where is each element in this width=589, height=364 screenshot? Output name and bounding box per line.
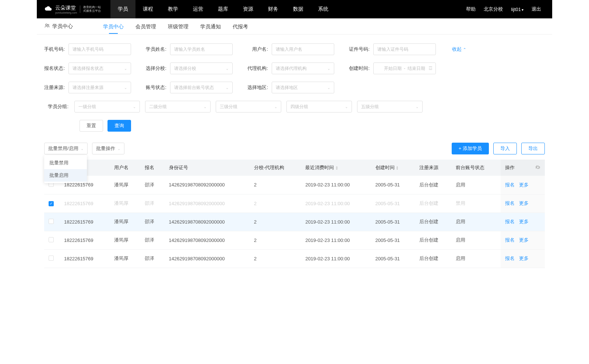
cell-src: 后台创建 [415, 213, 452, 231]
select-group-1[interactable]: 一级分组⌄ [74, 101, 140, 113]
select-group-3[interactable]: 三级分组⌄ [216, 101, 281, 113]
cell-reg: 邵泽 [140, 231, 165, 249]
row-register-link[interactable]: 报名 [505, 219, 515, 224]
input-phone[interactable]: 请输入手机号码 [68, 43, 131, 55]
table-row: 18222615769潘筠厚邵泽142629198708092000000220… [44, 231, 545, 249]
row-more-link[interactable]: 更多 [519, 256, 529, 261]
export-button[interactable]: 导出 [521, 143, 545, 154]
import-button[interactable]: 导入 [493, 143, 517, 154]
table-settings-button[interactable] [531, 160, 545, 176]
row-more-link[interactable]: 更多 [519, 182, 529, 188]
row-register-link[interactable]: 报名 [505, 237, 515, 243]
input-name[interactable]: 请输入学员姓名 [170, 43, 233, 55]
th-ops: 操作 [501, 160, 531, 176]
topnav-tab-1[interactable]: 课程 [135, 0, 161, 18]
topnav-tab-7[interactable]: 数据 [286, 0, 311, 18]
row-checkbox[interactable] [49, 256, 54, 261]
logout-link[interactable]: 退出 [532, 6, 541, 13]
topnav-tab-4[interactable]: 题库 [211, 0, 236, 18]
select-school[interactable]: 请选择分校⌄ [170, 63, 233, 74]
subnav-tab-2[interactable]: 班级管理 [168, 19, 188, 34]
subnav-tab-4[interactable]: 代报考 [233, 19, 248, 34]
th-ctime[interactable]: 创建时间▲▼ [371, 160, 415, 176]
cell-src: 后台创建 [415, 231, 452, 249]
label-group: 学员分组 [48, 103, 68, 110]
help-link[interactable]: 帮助 [466, 6, 476, 13]
chevron-down-icon: ⌄ [416, 105, 419, 109]
label-username: 用户名 [247, 46, 268, 53]
th-last[interactable]: 最近消费时间▲▼ [301, 160, 371, 176]
cell-src: 后台创建 [415, 194, 452, 213]
cell-ctime: 2005-05-31 [371, 231, 415, 249]
batch-toggle-menu: 批量禁用 批量启用 [44, 155, 87, 183]
cell-src: 后台创建 [415, 176, 452, 194]
menu-item-enable[interactable]: 批量启用 [44, 169, 87, 182]
chevron-down-icon: ⌄ [327, 67, 330, 71]
cell-idnum: 142629198708092000000 [165, 249, 250, 268]
user-menu[interactable]: lijt01 [511, 7, 523, 12]
topnav-tab-5[interactable]: 资源 [236, 0, 261, 18]
query-button[interactable]: 查询 [107, 120, 131, 132]
select-group-4[interactable]: 四级分组⌄ [286, 101, 352, 113]
row-checkbox[interactable] [49, 219, 54, 224]
row-checkbox[interactable] [49, 237, 54, 242]
add-student-button[interactable]: + 添加学员 [452, 143, 489, 154]
row-more-link[interactable]: 更多 [519, 237, 529, 243]
chevron-down-icon: ⌄ [226, 86, 229, 90]
chevron-down-icon: ⌄ [117, 147, 120, 151]
select-agency[interactable]: 请选择代理机构⌄ [272, 63, 334, 74]
cell-username: 潘筠厚 [110, 231, 140, 249]
cell-idnum: 142629198708092000000 [165, 176, 250, 194]
subnav-tab-3[interactable]: 学员通知 [200, 19, 221, 34]
topnav-tab-3[interactable]: 运营 [186, 0, 211, 18]
label-signup: 报名状态 [44, 65, 65, 72]
select-group-2[interactable]: 二级分组⌄ [145, 101, 211, 113]
cell-idnum: 142629198708092000000 [165, 194, 250, 213]
cell-school: 2 [250, 249, 301, 268]
menu-item-disable[interactable]: 批量禁用 [44, 157, 87, 169]
cell-username: 潘筠厚 [110, 249, 140, 268]
collapse-toggle[interactable]: 收起 [452, 46, 466, 53]
chevron-down-icon: ⌄ [274, 105, 277, 109]
cell-acc: 启用 [451, 231, 501, 249]
brand-name: 云朵课堂 [55, 5, 77, 11]
cell-reg: 邵泽 [140, 249, 165, 268]
reset-button[interactable]: 重置 [80, 120, 103, 132]
daterange-ctime[interactable]: 开始日期-结束日期 ☲ [373, 63, 436, 74]
select-signup[interactable]: 请选择报名状态⌄ [68, 63, 131, 74]
cell-school: 2 [250, 213, 301, 231]
cell-src: 后台创建 [415, 249, 452, 268]
row-register-link[interactable]: 报名 [505, 182, 515, 188]
branch-link[interactable]: 北京分校 [484, 6, 503, 13]
cell-last: 2019-02-23 11:00:00 [301, 194, 371, 213]
row-register-link[interactable]: 报名 [505, 200, 515, 206]
th-reg: 报名 [140, 160, 165, 176]
batch-ops-dropdown[interactable]: 批量操作⌄ [92, 143, 124, 154]
select-region[interactable]: 请选择地区⌄ [272, 82, 334, 93]
select-group-5[interactable]: 五级分组⌄ [357, 101, 423, 113]
input-username[interactable]: 请输入用户名 [272, 43, 334, 55]
topnav-tab-0[interactable]: 学员 [110, 0, 135, 18]
row-checkbox[interactable]: ✓ [49, 201, 54, 206]
cell-school: 2 [250, 194, 301, 213]
cell-idnum: 142629198708092000000 [165, 231, 250, 249]
subnav-tab-1[interactable]: 会员管理 [135, 19, 156, 34]
row-more-link[interactable]: 更多 [519, 200, 529, 206]
cell-ctime: 2005-05-31 [371, 249, 415, 268]
cell-phone: 18222615769 [60, 231, 110, 249]
chevron-down-icon: ⌄ [133, 105, 136, 109]
cell-username: 潘筠厚 [110, 213, 140, 231]
select-regsrc[interactable]: 请选择注册来源⌄ [68, 82, 131, 93]
topnav-tab-8[interactable]: 系统 [311, 0, 336, 18]
action-bar: 批量禁用/启用⌄ 批量操作⌄ 批量禁用 批量启用 + 添加学员 导入 导出 [37, 143, 552, 160]
batch-toggle-dropdown[interactable]: 批量禁用/启用⌄ [44, 143, 88, 154]
cell-acc: 启用 [451, 249, 501, 268]
select-accstate[interactable]: 请选择前台账号状态⌄ [170, 82, 233, 93]
topnav-tab-2[interactable]: 教学 [161, 0, 186, 18]
chevron-down-icon: ⌄ [327, 86, 330, 90]
row-register-link[interactable]: 报名 [505, 256, 515, 261]
input-idnum[interactable]: 请输入证件号码 [373, 43, 436, 55]
subnav-tab-0[interactable]: 学员中心 [103, 19, 124, 34]
topnav-tab-6[interactable]: 财务 [261, 0, 286, 18]
row-more-link[interactable]: 更多 [519, 219, 529, 224]
